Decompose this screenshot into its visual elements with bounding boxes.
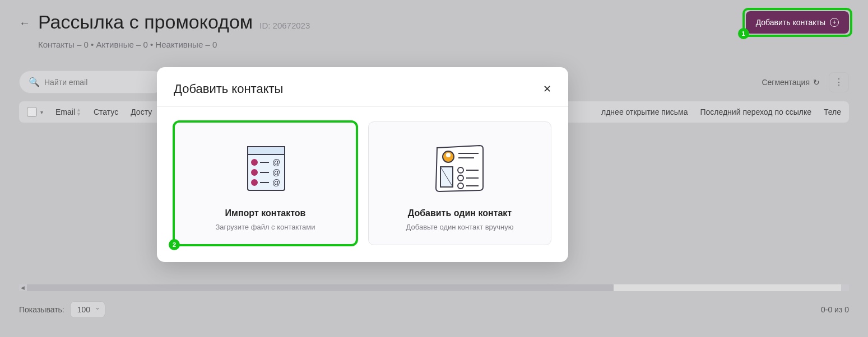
back-arrow-icon[interactable]: ← (19, 17, 30, 30)
svg-text:@: @ (272, 168, 280, 177)
sort-icon: ▲▼ (76, 107, 81, 116)
annotation-badge-1: 1 (738, 28, 749, 39)
page-id: ID: 20672023 (259, 21, 310, 30)
single-card-title: Добавить один контакт (379, 208, 541, 218)
add-contacts-label: Добавить контакты (756, 18, 825, 27)
plus-circle-icon: + (830, 18, 839, 27)
col-status[interactable]: Статус (94, 107, 118, 116)
more-menu-button[interactable]: ⋮ (829, 72, 849, 92)
checkbox-dropdown-icon[interactable]: ▾ (40, 109, 43, 115)
single-card-subtitle: Добавьте один контакт вручную (379, 223, 541, 231)
page-size-select[interactable]: 100 (70, 301, 105, 318)
annotation-badge-2: 2 (169, 239, 180, 250)
import-card-subtitle: Загрузите файл с контактами (184, 223, 346, 231)
segmentation-button[interactable]: Сегментация ↻ (762, 78, 820, 87)
contact-stats: Контакты – 0 • Активные – 0 • Неактивные… (38, 40, 746, 49)
segmentation-label: Сегментация (762, 78, 810, 87)
svg-rect-1 (248, 147, 285, 155)
svg-point-8 (251, 179, 258, 186)
refresh-icon: ↻ (813, 78, 820, 87)
col-last-open[interactable]: лднее открытие письма (601, 107, 688, 116)
import-contacts-card[interactable]: 2 @ @ @ Импорт контактов Загрузите фай (174, 121, 357, 245)
title-block: Рассылка с промокодом ID: 20672023 Конта… (38, 11, 746, 49)
svg-text:@: @ (272, 178, 280, 187)
add-contacts-modal: Добавить контакты ✕ 2 @ @ @ (157, 67, 568, 262)
import-card-title: Импорт контактов (184, 208, 346, 218)
col-phone[interactable]: Теле (824, 107, 841, 116)
svg-point-2 (251, 159, 258, 166)
col-last-click[interactable]: Последний переход по ссылке (700, 107, 811, 116)
horizontal-scrollbar[interactable]: ◀ ▶ (19, 284, 849, 291)
page-range: 0-0 из 0 (821, 305, 849, 314)
add-single-contact-card[interactable]: Добавить один контакт Добавьте один конт… (368, 121, 551, 245)
modal-close-button[interactable]: ✕ (543, 83, 551, 95)
select-all-checkbox[interactable] (27, 107, 37, 117)
page-title: Рассылка с промокодом (38, 11, 253, 33)
col-availability[interactable]: Досту (131, 107, 152, 116)
kebab-icon: ⋮ (834, 77, 843, 87)
page-size-label: Показывать: (19, 305, 64, 314)
scrollbar-thumb[interactable] (27, 284, 614, 291)
search-box[interactable]: 🔍 (19, 71, 165, 93)
svg-point-12 (446, 153, 451, 157)
scroll-right-icon[interactable]: ▶ (843, 285, 847, 291)
search-input[interactable] (44, 78, 155, 87)
svg-text:@: @ (272, 158, 280, 167)
search-icon: 🔍 (29, 77, 40, 87)
scroll-left-icon[interactable]: ◀ (21, 285, 25, 291)
import-file-icon: @ @ @ (184, 138, 346, 198)
modal-title: Добавить контакты (174, 82, 543, 96)
svg-point-5 (251, 169, 258, 176)
col-email[interactable]: Email ▲▼ (55, 107, 81, 116)
add-contacts-button[interactable]: Добавить контакты + (746, 11, 849, 34)
close-icon: ✕ (543, 83, 551, 95)
single-contact-icon (379, 138, 541, 198)
